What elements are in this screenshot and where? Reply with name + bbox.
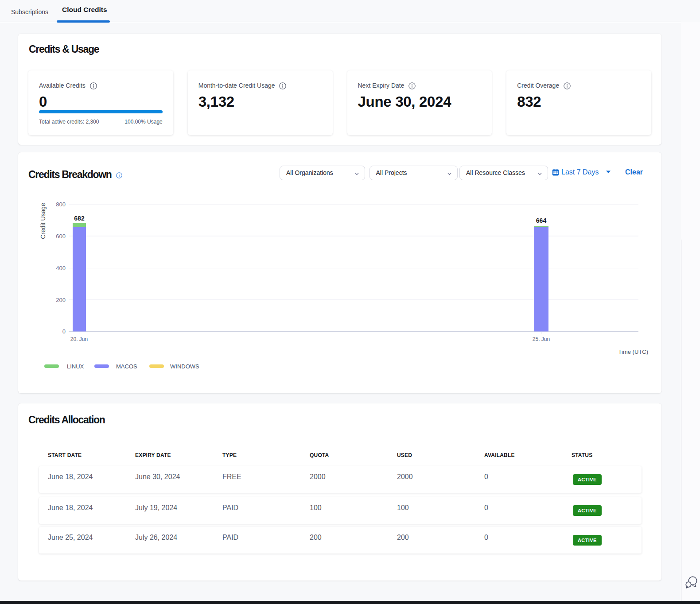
svg-text:600: 600 xyxy=(56,233,66,240)
svg-text:664: 664 xyxy=(536,217,547,224)
svg-text:WINDOWS: WINDOWS xyxy=(170,363,199,370)
svg-text:Credit Usage: Credit Usage xyxy=(39,203,47,239)
svg-text:MACOS: MACOS xyxy=(116,363,137,370)
svg-text:200: 200 xyxy=(56,297,66,303)
svg-text:25. Jun: 25. Jun xyxy=(533,336,550,342)
svg-text:682: 682 xyxy=(74,215,85,222)
svg-text:LINUX: LINUX xyxy=(67,363,84,370)
svg-text:20. Jun: 20. Jun xyxy=(70,336,88,342)
svg-text:Time (UTC): Time (UTC) xyxy=(618,348,648,355)
svg-text:800: 800 xyxy=(56,201,66,208)
svg-text:400: 400 xyxy=(56,265,66,271)
svg-text:0: 0 xyxy=(62,328,66,335)
